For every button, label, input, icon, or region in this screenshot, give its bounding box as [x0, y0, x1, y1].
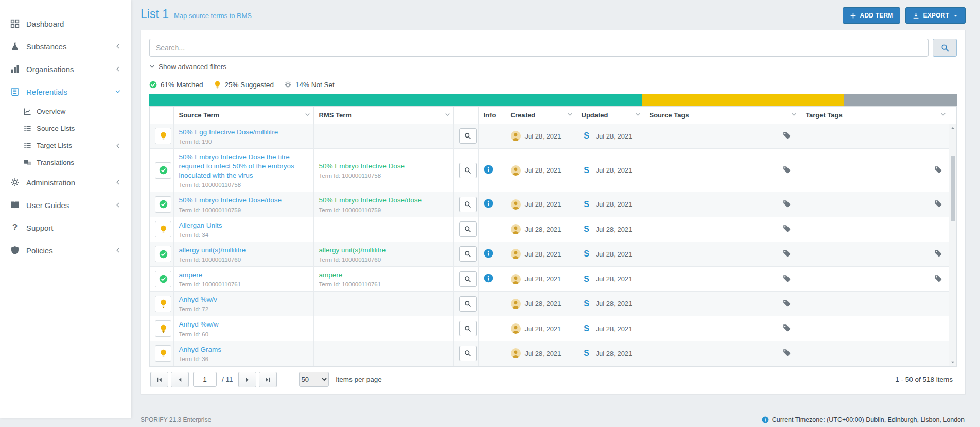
sort-chevron-icon[interactable] [305, 112, 310, 117]
source-tag-icon[interactable] [783, 349, 791, 356]
row-search-button[interactable] [459, 128, 477, 144]
source-tag-icon[interactable] [783, 200, 791, 208]
source-term-link[interactable]: Anhyd %w/v [179, 295, 308, 304]
source-tag-icon[interactable] [783, 275, 791, 282]
status-toggle-button[interactable] [155, 221, 171, 237]
info-icon[interactable] [484, 165, 493, 174]
last-page-button[interactable] [259, 372, 277, 387]
sidebar-item[interactable]: Substances [0, 35, 131, 58]
table-row: Anhyd Grams Term Id: 36 [150, 341, 956, 366]
search-input[interactable] [149, 39, 929, 57]
info-icon[interactable] [484, 249, 493, 258]
rms-term-link[interactable]: ampere [319, 270, 448, 280]
source-term-column-header[interactable]: Source Term [173, 107, 313, 124]
user-avatar-icon [511, 348, 521, 358]
sidebar-item[interactable]: Overview [0, 103, 131, 120]
search-button[interactable] [933, 39, 957, 57]
sidebar-item[interactable]: ? Support [0, 216, 131, 239]
page-number-input[interactable] [193, 372, 217, 387]
source-term-link[interactable]: ampere [179, 270, 308, 280]
source-tag-icon[interactable] [783, 166, 791, 174]
row-search-button[interactable] [459, 296, 477, 312]
sort-chevron-icon[interactable] [567, 112, 573, 117]
sort-chevron-icon[interactable] [791, 112, 797, 117]
created-column-header[interactable]: Created [505, 107, 576, 124]
status-toggle-button[interactable] [155, 128, 171, 144]
sort-chevron-icon[interactable] [635, 112, 641, 117]
sort-chevron-icon[interactable] [940, 112, 946, 117]
sidebar-item[interactable]: Dashboard [0, 12, 131, 35]
source-term-id: Term Id: 100000110761 [179, 281, 308, 287]
table-row: Anhyd %w/w Term Id: 60 [150, 316, 956, 341]
source-tag-icon[interactable] [783, 225, 791, 232]
add-term-button[interactable]: ADD TERM [843, 7, 901, 24]
target-tags-column-header[interactable]: Target Tags [800, 107, 957, 124]
row-search-button[interactable] [459, 271, 477, 287]
sidebar-item[interactable]: Administration [0, 171, 131, 194]
source-term-id: Term Id: 72 [179, 306, 308, 312]
target-tag-icon[interactable] [934, 275, 942, 282]
source-term-link[interactable]: Anhyd %w/w [179, 320, 308, 329]
row-search-button[interactable] [459, 197, 477, 212]
advanced-filters-toggle[interactable]: Show advanced filters [149, 63, 226, 71]
chevron-left-icon [115, 202, 121, 208]
updated-column-header[interactable]: Updated [576, 107, 644, 124]
target-tag-icon[interactable] [934, 200, 942, 208]
created-cell: Jul 28, 2021 [511, 323, 571, 334]
rms-term-column-header[interactable]: RMS Term [313, 107, 453, 124]
rms-term-id: Term Id: 100000110760 [319, 257, 448, 263]
source-tags-column-header[interactable]: Source Tags [644, 107, 800, 124]
next-page-button[interactable] [238, 372, 256, 387]
row-search-button[interactable] [459, 221, 477, 237]
status-toggle-button[interactable] [155, 162, 171, 179]
page-size-select[interactable]: 50 [299, 372, 329, 387]
target-tag-icon[interactable] [934, 166, 942, 174]
sidebar-item[interactable]: Referentials [0, 80, 131, 103]
sidebar-item[interactable]: Translations [0, 154, 131, 171]
source-tag-icon[interactable] [783, 324, 791, 332]
matched-check-icon [159, 250, 168, 259]
source-term-link[interactable]: allergy unit(s)/millilitre [179, 246, 308, 255]
source-term-link[interactable]: 50% Embryo Infective Dose/dose [179, 196, 308, 205]
status-toggle-button[interactable] [155, 345, 171, 362]
row-search-button[interactable] [459, 321, 477, 336]
source-term-link[interactable]: 50% Embryo Infective Dose the titre requ… [179, 152, 308, 181]
s-logo-icon: S [582, 299, 592, 309]
rms-term-link[interactable]: 50% Embryo Infective Dose [319, 162, 448, 171]
status-toggle-button[interactable] [155, 246, 171, 262]
source-term-link[interactable]: 50% Egg Infective Dose/millilitre [179, 128, 308, 137]
scrollbar-thumb[interactable] [951, 156, 955, 221]
source-term-link[interactable]: Allergan Units [179, 221, 308, 230]
target-tag-icon[interactable] [934, 249, 942, 257]
status-toggle-button[interactable] [155, 196, 171, 213]
source-tag-icon[interactable] [783, 131, 791, 139]
rms-term-link[interactable]: allergy unit(s)/millilitre [319, 246, 448, 255]
info-icon[interactable] [484, 274, 493, 283]
source-tag-icon[interactable] [783, 249, 791, 257]
row-search-button[interactable] [459, 346, 477, 361]
source-tag-icon[interactable] [783, 299, 791, 307]
updated-cell: S Jul 28, 2021 [582, 349, 639, 358]
status-toggle-button[interactable] [155, 271, 171, 287]
source-term-link[interactable]: Anhyd Grams [179, 345, 308, 354]
sidebar-item[interactable]: Target Lists [0, 137, 131, 154]
sidebar-item[interactable]: User Guides [0, 194, 131, 216]
first-page-button[interactable] [150, 372, 168, 387]
status-toggle-button[interactable] [155, 320, 171, 337]
sidebar-item[interactable]: Organisations [0, 58, 131, 80]
export-button[interactable]: EXPORT [905, 7, 966, 24]
scroll-up-icon[interactable] [950, 126, 955, 131]
row-search-button[interactable] [459, 246, 477, 262]
table-scrollbar[interactable] [949, 124, 956, 366]
row-search-button[interactable] [459, 163, 477, 178]
status-toggle-button[interactable] [155, 296, 171, 312]
info-icon[interactable] [484, 199, 493, 208]
sidebar-item[interactable]: Source Lists [0, 120, 131, 137]
previous-page-button[interactable] [171, 372, 189, 387]
updated-cell: S Jul 28, 2021 [582, 225, 639, 234]
sidebar-item[interactable]: Policies [0, 239, 131, 262]
sort-chevron-icon[interactable] [445, 112, 450, 117]
chevron-left-icon [115, 247, 121, 253]
rms-term-link[interactable]: 50% Embryo Infective Dose/dose [319, 196, 448, 205]
scroll-down-icon[interactable] [950, 360, 955, 365]
